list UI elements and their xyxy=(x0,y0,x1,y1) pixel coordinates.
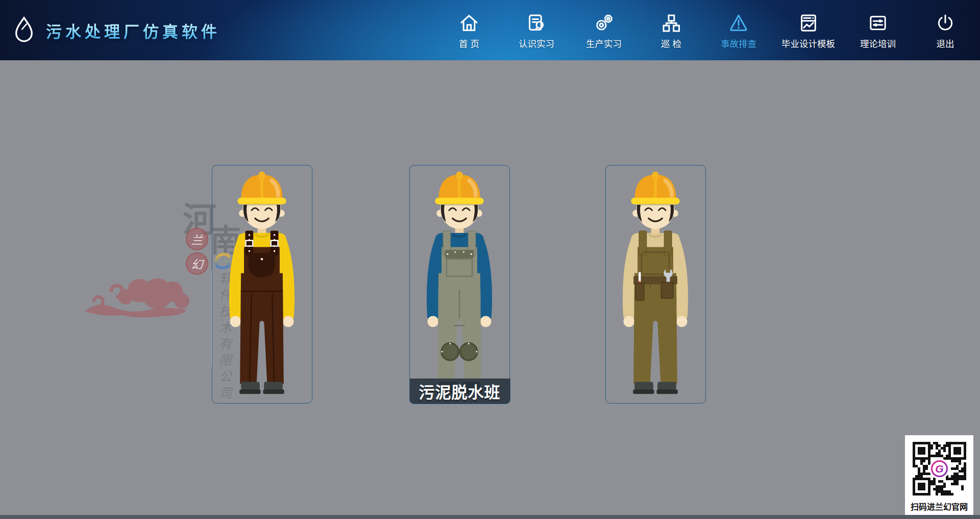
nav-item-label: 毕业设计模板 xyxy=(781,37,835,50)
character-card-2-label: 污泥脱水班 xyxy=(409,379,510,404)
nav-item-theory[interactable]: 理论培训 xyxy=(853,11,902,50)
power-icon xyxy=(935,11,955,33)
app-logo-area: 污水处理厂仿真软件 xyxy=(12,0,220,60)
bottom-strip xyxy=(0,515,980,519)
nav-item-label: 理论培训 xyxy=(860,37,896,50)
nav-item-label: 事故排查 xyxy=(721,37,756,50)
nav-item-label: 认识实习 xyxy=(519,37,554,50)
character-card-2[interactable]: 污泥脱水班 xyxy=(409,165,510,404)
worker-figure-2 xyxy=(410,166,509,403)
app-title: 污水处理厂仿真软件 xyxy=(46,19,220,42)
cloud-ornament xyxy=(81,267,198,331)
nav-item-production[interactable]: 生产实习 xyxy=(579,11,628,50)
home-icon xyxy=(459,11,479,33)
main-content: 河 南 兰 幻 G 软件技术有限公司 污泥脱水班 G 扫 xyxy=(0,60,980,515)
main-menu: 首 页认识实习生产实习巡 检事故排查毕业设计模板理论培训退出 xyxy=(445,0,970,60)
doc-search-icon xyxy=(526,11,547,33)
nav-item-inspection[interactable]: 巡 检 xyxy=(647,11,696,50)
nav-item-home[interactable]: 首 页 xyxy=(445,11,494,50)
nav-item-label: 生产实习 xyxy=(586,37,622,50)
nav-item-label: 巡 检 xyxy=(661,37,681,50)
nav-item-template[interactable]: 毕业设计模板 xyxy=(781,11,835,50)
character-card-1[interactable] xyxy=(212,165,312,404)
sliders-icon xyxy=(868,11,888,33)
network-icon xyxy=(661,11,681,33)
nav-item-recognize[interactable]: 认识实习 xyxy=(512,11,561,50)
nav-item-label: 首 页 xyxy=(459,37,479,50)
nav-item-accident[interactable]: 事故排查 xyxy=(714,11,763,50)
worker-figure-3 xyxy=(606,166,705,403)
nav-item-label: 退出 xyxy=(937,37,954,50)
worker-figure-1 xyxy=(212,166,311,403)
qr-caption: 扫码进兰幻官网 xyxy=(911,500,968,512)
watermark-badge-huan: 幻 xyxy=(186,252,208,275)
watermark-badge-lan: 兰 xyxy=(186,228,208,250)
qr-code-panel: G 扫码进兰幻官网 xyxy=(905,435,973,515)
gears-icon xyxy=(594,11,614,33)
warning-triangle-icon xyxy=(728,11,749,33)
svg-text:G: G xyxy=(935,463,943,475)
character-card-3[interactable] xyxy=(605,165,706,404)
template-icon xyxy=(798,11,819,33)
water-drop-icon xyxy=(12,16,36,44)
top-navigation-bar: 污水处理厂仿真软件 首 页认识实习生产实习巡 检事故排查毕业设计模板理论培训退出 xyxy=(0,0,980,60)
qr-code: G xyxy=(910,439,969,499)
nav-item-exit[interactable]: 退出 xyxy=(921,11,970,50)
